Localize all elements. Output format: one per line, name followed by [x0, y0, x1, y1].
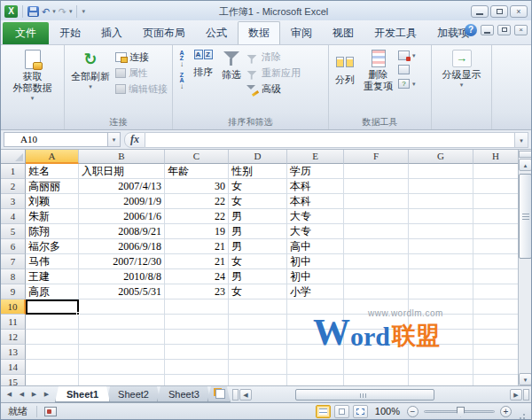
- workbook-minimize-button[interactable]: [481, 25, 494, 35]
- row-header[interactable]: 6: [1, 239, 26, 254]
- text-to-columns-button[interactable]: 分列: [332, 47, 358, 89]
- cell[interactable]: [473, 239, 518, 254]
- resize-grip[interactable]: [515, 406, 526, 416]
- workbook-close-button[interactable]: ×: [514, 25, 528, 35]
- cell[interactable]: 19: [165, 224, 229, 239]
- ribbon-tab[interactable]: 公式: [196, 22, 237, 44]
- row-header[interactable]: 10: [1, 299, 26, 315]
- cell[interactable]: [344, 254, 409, 269]
- cell[interactable]: 女: [229, 194, 287, 209]
- cell[interactable]: 高中: [287, 239, 344, 254]
- cell[interactable]: [344, 179, 409, 194]
- name-box-dropdown-icon[interactable]: ▾: [108, 132, 121, 147]
- row-header[interactable]: 9: [1, 284, 26, 299]
- cell[interactable]: 本科: [287, 194, 344, 209]
- cell[interactable]: [26, 330, 79, 345]
- cell[interactable]: 初中: [287, 269, 344, 284]
- cell[interactable]: [344, 315, 409, 330]
- cell[interactable]: [344, 299, 409, 315]
- ribbon-tab[interactable]: 数据: [238, 21, 280, 44]
- cell[interactable]: [409, 164, 473, 179]
- cell[interactable]: 女: [229, 254, 287, 269]
- cell[interactable]: [229, 330, 287, 345]
- cell[interactable]: [409, 284, 473, 299]
- fill-handle[interactable]: [76, 312, 80, 315]
- prev-sheet-icon[interactable]: ◀: [16, 388, 27, 401]
- first-sheet-icon[interactable]: ◀: [4, 388, 15, 401]
- ribbon-tab[interactable]: 页面布局: [133, 22, 195, 44]
- cell[interactable]: [409, 209, 473, 224]
- cell[interactable]: 23: [165, 284, 229, 299]
- column-header[interactable]: C: [165, 150, 229, 164]
- cell[interactable]: [344, 239, 409, 254]
- column-header[interactable]: F: [344, 150, 409, 164]
- ribbon-tab[interactable]: 视图: [323, 22, 364, 44]
- ribbon-tab[interactable]: 文件: [3, 22, 49, 44]
- ribbon-tab[interactable]: 开始: [50, 22, 90, 44]
- cell[interactable]: [473, 299, 518, 315]
- name-box[interactable]: A10: [4, 132, 108, 147]
- advanced-filter-button[interactable]: 高级: [246, 82, 301, 96]
- row-header[interactable]: 12: [1, 330, 26, 345]
- cell[interactable]: 小学: [287, 284, 344, 299]
- cell[interactable]: [79, 375, 165, 385]
- sheet-tab[interactable]: Sheet2: [106, 386, 160, 402]
- cell[interactable]: 2007/4/13: [79, 179, 165, 194]
- split-handle[interactable]: [523, 389, 529, 401]
- cell[interactable]: 朱新: [26, 209, 79, 224]
- row-header[interactable]: 14: [1, 360, 26, 375]
- cell[interactable]: 性别: [229, 164, 287, 179]
- cell[interactable]: 刘颖: [26, 194, 79, 209]
- ribbon-tab[interactable]: 开发工具: [364, 22, 426, 44]
- cell[interactable]: [473, 375, 518, 385]
- cell[interactable]: [473, 254, 518, 269]
- cell[interactable]: 大专: [287, 224, 344, 239]
- cell[interactable]: [165, 360, 229, 375]
- restore-button[interactable]: [490, 5, 508, 18]
- cell[interactable]: [229, 315, 287, 330]
- cell[interactable]: [344, 375, 409, 385]
- cell[interactable]: [409, 224, 473, 239]
- cell[interactable]: [409, 179, 473, 194]
- cell[interactable]: [473, 194, 518, 209]
- cell[interactable]: [79, 315, 165, 330]
- cell[interactable]: 入职日期: [79, 164, 165, 179]
- cell[interactable]: [409, 345, 473, 360]
- cell[interactable]: 姓名: [26, 164, 79, 179]
- cell[interactable]: [473, 224, 518, 239]
- cell[interactable]: [165, 315, 229, 330]
- cell[interactable]: [409, 360, 473, 375]
- close-button[interactable]: ×: [510, 5, 528, 18]
- cell[interactable]: [473, 269, 518, 284]
- column-header[interactable]: A: [26, 150, 79, 164]
- scroll-right-icon[interactable]: ▶: [510, 389, 522, 401]
- scroll-left-icon[interactable]: ◀: [239, 389, 252, 401]
- cell[interactable]: 高丽丽: [26, 179, 79, 194]
- cell[interactable]: 22: [165, 209, 229, 224]
- cell[interactable]: 2006/9/18: [79, 239, 165, 254]
- row-header[interactable]: 11: [1, 315, 26, 330]
- ribbon-tab[interactable]: 审阅: [281, 22, 322, 44]
- cell[interactable]: 22: [165, 194, 229, 209]
- horizontal-scrollbar[interactable]: ◀ ▶: [231, 386, 531, 402]
- cell[interactable]: [473, 164, 518, 179]
- cell[interactable]: [409, 330, 473, 345]
- cell[interactable]: 初中: [287, 254, 344, 269]
- row-header[interactable]: 5: [1, 224, 26, 239]
- refresh-all-button[interactable]: ↻ 全部刷新 ▾: [67, 47, 113, 93]
- select-all-corner[interactable]: [1, 150, 26, 164]
- fx-icon[interactable]: fx: [130, 133, 139, 146]
- cell[interactable]: [409, 194, 473, 209]
- zoom-out-button[interactable]: −: [407, 406, 419, 417]
- cell[interactable]: [473, 330, 518, 345]
- cell[interactable]: 学历: [287, 164, 344, 179]
- cell[interactable]: [344, 330, 409, 345]
- cell[interactable]: [229, 345, 287, 360]
- cell[interactable]: 马伟: [26, 254, 79, 269]
- cell[interactable]: [287, 375, 344, 385]
- workbook-restore-button[interactable]: [497, 25, 511, 35]
- vertical-scroll-thumb[interactable]: [519, 174, 532, 259]
- page-layout-view-button[interactable]: [334, 405, 349, 418]
- cell[interactable]: [165, 345, 229, 360]
- page-break-view-button[interactable]: [353, 405, 368, 418]
